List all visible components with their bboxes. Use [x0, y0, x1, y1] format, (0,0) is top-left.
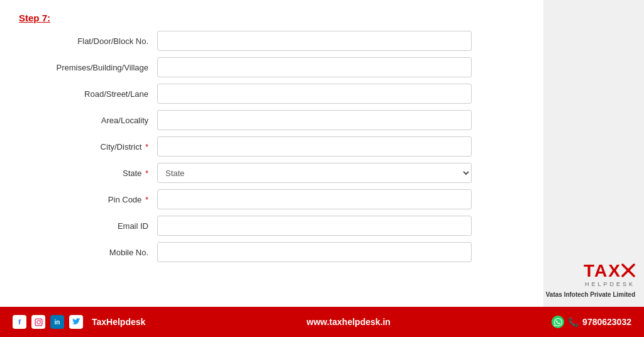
svg-rect-2: [35, 319, 42, 326]
input-premises-building-village[interactable]: [157, 57, 472, 77]
svg-point-4: [40, 319, 40, 320]
step-label: Step 7:: [19, 13, 525, 31]
label-area-locality: Area/Locality: [19, 116, 157, 125]
form-row-flat-door-block: Flat/Door/Block No.: [19, 31, 525, 51]
input-pin-code[interactable]: [157, 189, 472, 209]
label-premises-building-village: Premises/Building/Village: [19, 63, 157, 72]
select-state[interactable]: State: [157, 163, 472, 183]
input-email-id[interactable]: [157, 216, 472, 236]
label-flat-door-block: Flat/Door/Block No.: [19, 36, 157, 46]
form-row-city-district: City/District *: [19, 136, 525, 157]
required-star-pin-code: *: [143, 195, 148, 204]
label-state: State *: [19, 168, 157, 178]
label-road-street-lane: Road/Street/Lane: [19, 89, 157, 99]
label-pin-code: Pin Code *: [19, 195, 157, 204]
footer-phone-number: 9780623032: [582, 317, 631, 327]
input-mobile-no[interactable]: [157, 242, 472, 262]
instagram-icon[interactable]: [31, 315, 45, 329]
label-mobile-no: Mobile No.: [19, 248, 157, 257]
label-email-id: Email ID: [19, 221, 157, 231]
phone-icon: 📞: [568, 317, 579, 327]
whatsapp-icon: [552, 316, 564, 328]
form-row-pin-code: Pin Code *: [19, 189, 525, 209]
footer-brand: TaxHelpdesk: [92, 317, 145, 327]
logo-x-icon: [621, 263, 635, 277]
label-city-district: City/District *: [19, 142, 157, 152]
required-star-state: *: [143, 168, 148, 178]
logo-helpdesk-text: HELPDESK: [585, 281, 635, 287]
logo-tax-text: TAX: [584, 262, 621, 280]
logo-company: Vatas Infotech Private Limited: [546, 291, 635, 298]
input-city-district[interactable]: [157, 136, 472, 157]
form-row-premises-building-village: Premises/Building/Village: [19, 57, 525, 77]
form-row-state: State *State: [19, 163, 525, 183]
twitter-icon[interactable]: [69, 315, 83, 329]
form-row-road-street-lane: Road/Street/Lane: [19, 84, 525, 104]
footer-social: f in TaxHelpdesk: [13, 315, 145, 329]
footer-phone: 📞 9780623032: [552, 316, 631, 328]
svg-point-3: [36, 320, 40, 323]
facebook-icon[interactable]: f: [13, 315, 26, 329]
form-row-area-locality: Area/Locality: [19, 110, 525, 130]
input-flat-door-block[interactable]: [157, 31, 472, 51]
form-row-mobile-no: Mobile No.: [19, 242, 525, 262]
input-road-street-lane[interactable]: [157, 84, 472, 104]
input-area-locality[interactable]: [157, 110, 472, 130]
linkedin-icon[interactable]: in: [50, 315, 64, 329]
required-star-city-district: *: [143, 142, 148, 152]
form-row-email-id: Email ID: [19, 216, 525, 236]
footer-website: www.taxhelpdesk.in: [307, 317, 391, 327]
